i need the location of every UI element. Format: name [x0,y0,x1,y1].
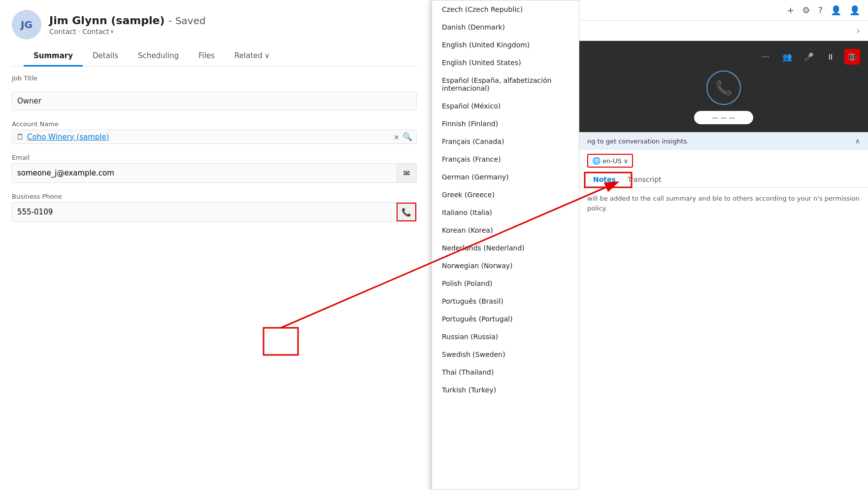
saved-label: - Saved [168,15,205,27]
lang-selector[interactable]: 🌐 en-US ∨ [587,154,633,168]
lang-english-uk[interactable]: English (United Kingdom) [432,36,579,54]
pause-icon[interactable]: ⏸ [823,49,838,65]
notes-body-text: will be added to the call summary and bl… [587,195,860,212]
contact-type-dropdown[interactable]: Contact ∨ [82,28,114,35]
personas-icon[interactable]: 👤 [831,5,841,15]
lang-english-us[interactable]: English (United States) [432,54,579,71]
tab-notes[interactable]: Notes [587,172,622,187]
phone-icon: 📞 [401,208,411,217]
breadcrumb: Contact · Contact ∨ [49,28,205,35]
call-panel: + ⚙ ? 👤 👤 › ··· 👥 🎤 ⏸ 📵 📞 — — — ng to ge… [579,0,868,490]
phone-call-button[interactable]: 📞 [397,203,416,221]
more-options-icon[interactable]: ··· [758,49,773,65]
globe-icon: 🌐 [592,157,601,165]
lang-french-fr[interactable]: Français (France) [432,150,579,168]
account-icon: 🗒 [16,132,24,141]
phone-in-call-icon: 📞 [715,80,733,96]
call-nav: › [579,21,868,41]
user-settings-icon[interactable]: 👤 [849,5,860,15]
nav-arrow-right[interactable]: › [856,25,860,36]
call-controls: ··· 👥 🎤 ⏸ 📵 [587,49,860,65]
account-field-value: 🗒 Coho Winery (sample) × 🔍 [12,130,417,144]
email-button[interactable]: ✉ [397,164,416,182]
insights-text: ng to get conversation insights. [587,138,689,145]
account-name-label: Account Name [12,120,417,128]
lang-chevron-icon: ∨ [624,157,629,165]
tab-summary[interactable]: Summary [24,45,83,66]
tab-related[interactable]: Related ∨ [225,45,280,66]
account-link[interactable]: Coho Winery (sample) [27,133,391,141]
tabs-bar: Summary Details Scheduling Files Related… [12,45,417,67]
contact-header: JG Jim Glynn (sample) - Saved Contact · … [0,0,429,67]
email-label: Email [12,154,417,161]
lang-turkish[interactable]: Turkish (Turkey) [432,381,579,399]
job-title-field: Job Title [12,74,417,82]
participants-icon[interactable]: 👥 [779,49,795,65]
avatar: JG [12,10,41,39]
active-call-area: ··· 👥 🎤 ⏸ 📵 📞 — — — [579,41,868,132]
phone-field-value: 555-0109 📞 [12,202,417,222]
lang-swedish[interactable]: Swedish (Sweden) [432,346,579,363]
lang-norwegian[interactable]: Norwegian (Norway) [432,257,579,275]
lang-german[interactable]: German (Germany) [432,168,579,186]
lang-french-ca[interactable]: Français (Canada) [432,133,579,150]
chevron-down-icon: ∨ [265,51,270,60]
call-name-bar: — — — [694,111,753,124]
call-avatar-circle: 📞 [706,70,741,105]
tab-transcript[interactable]: Transcript [622,172,668,187]
email-field-value: someone_j@example.com ✉ [12,163,417,183]
business-phone-field: Business Phone 555-0109 📞 [12,193,417,222]
end-call-icon[interactable]: 📵 [844,49,860,65]
breadcrumb-sep: · [78,28,80,35]
email-field: Email someone_j@example.com ✉ [12,154,417,183]
notes-content: will be added to the call summary and bl… [579,188,868,219]
lang-dutch[interactable]: Nederlands (Nederland) [432,239,579,257]
lang-portuguese-br[interactable]: Português (Brasil) [432,292,579,310]
lang-russian[interactable]: Russian (Russia) [432,328,579,346]
mic-icon[interactable]: 🎤 [801,49,817,65]
lang-value: en-US [602,157,622,165]
email-icon: ✉ [403,169,410,178]
contact-identity: JG Jim Glynn (sample) - Saved Contact · … [12,10,417,39]
caller-name: — — — [712,114,735,121]
lang-portuguese-pt[interactable]: Português (Portugal) [432,310,579,328]
notes-tabs: Notes Transcript [579,172,868,188]
contact-info: Jim Glynn (sample) - Saved Contact · Con… [49,14,205,35]
add-icon[interactable]: + [787,5,794,15]
account-clear-button[interactable]: × [394,133,400,141]
settings-icon[interactable]: ⚙ [802,5,810,15]
lang-danish[interactable]: Danish (Denmark) [432,18,579,36]
contact-name: Jim Glynn (sample) - Saved [49,14,205,27]
owner-value: Owner [12,92,417,110]
collapse-icon[interactable]: ∧ [855,137,860,145]
lang-polish[interactable]: Polish (Poland) [432,275,579,292]
lang-espanol-mx[interactable]: Español (México) [432,97,579,115]
lang-italiano[interactable]: Italiano (Italia) [432,204,579,221]
owner-field: Owner [12,92,417,110]
tab-scheduling[interactable]: Scheduling [128,45,189,66]
tab-details[interactable]: Details [83,45,128,66]
email-value: someone_j@example.com [12,165,397,181]
lang-finnish[interactable]: Finnish (Finland) [432,115,579,133]
account-search-button[interactable]: 🔍 [402,132,412,141]
phone-value: 555-0109 [12,204,397,220]
help-icon[interactable]: ? [818,5,823,15]
form-content: Job Title Owner Account Name 🗒 Coho Wine… [0,67,429,490]
contact-type1: Contact [49,28,76,35]
lang-espanol-es[interactable]: Español (España, alfabetización internac… [432,71,579,97]
lang-greek[interactable]: Greek (Greece) [432,186,579,204]
lang-czech[interactable]: Czech (Czech Republic) [432,0,579,18]
lang-selector-bar: 🌐 en-US ∨ [579,150,868,172]
phone-label: Business Phone [12,193,417,200]
lang-korean[interactable]: Korean (Korea) [432,221,579,239]
call-topbar: + ⚙ ? 👤 👤 [579,0,868,21]
account-name-field: Account Name 🗒 Coho Winery (sample) × 🔍 [12,120,417,144]
lang-thai[interactable]: Thai (Thailand) [432,363,579,381]
language-dropdown[interactable]: Czech (Czech Republic) Danish (Denmark) … [432,0,579,490]
chevron-down-icon: ∨ [110,28,114,35]
tab-files[interactable]: Files [189,45,225,66]
job-title-label: Job Title [12,74,417,82]
crm-panel: JG Jim Glynn (sample) - Saved Contact · … [0,0,429,490]
insights-bar: ng to get conversation insights. ∧ [579,132,868,150]
